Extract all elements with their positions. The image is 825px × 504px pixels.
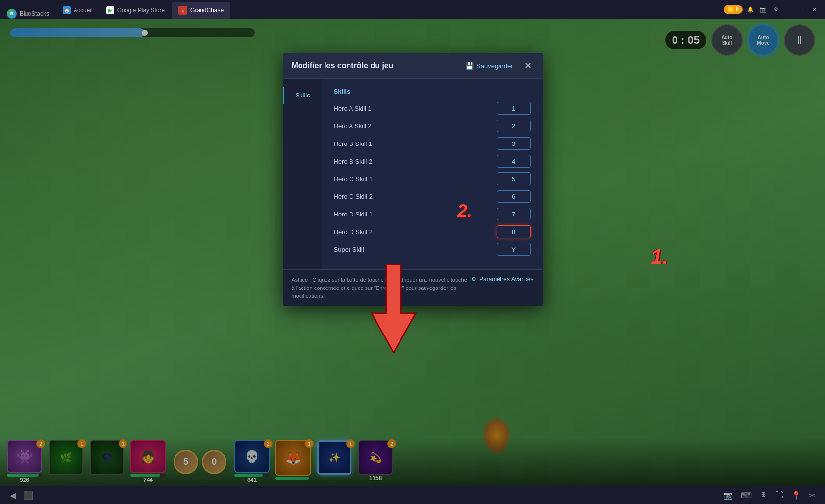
skill-key-1[interactable]: 2 [497, 120, 531, 132]
bluestacks-label: BlueStacks [20, 10, 49, 17]
skill-label-5: Hero C Skill 2 [334, 193, 373, 200]
grandchase-icon: ⚔ [178, 6, 187, 15]
eye-icon[interactable]: 👁 [760, 491, 768, 500]
modal-overlay: Modifier les contrôle du jeu 💾 Sauvegard… [0, 19, 825, 504]
modal-body: Skills Skills Hero A Skill 11Hero A Skil… [283, 79, 543, 269]
skill-label-8: Super Skill [334, 246, 364, 253]
bottom-nav-right: 📷 ⌨ 👁 ⛶ 📍 ✂ [723, 491, 815, 500]
annotation-2-label: 2. [457, 201, 472, 221]
gear-icon: ⚙ [471, 276, 476, 283]
skill-row-7: Hero D Skill 28 [334, 225, 531, 238]
notification-icon[interactable]: 🔔 [746, 4, 755, 14]
arrow-down-annotation [364, 264, 423, 353]
tab-grandchase-label: GrandChase [190, 7, 224, 14]
home-nav-icon[interactable]: ⬛ [24, 491, 33, 500]
skill-row-0: Hero A Skill 11 [334, 102, 531, 115]
modal-header: Modifier les contrôle du jeu 💾 Sauvegard… [283, 53, 543, 79]
skill-row-6: Hero D Skill 17 [334, 208, 531, 220]
save-label: Sauvegarder [476, 62, 513, 70]
playstore-icon: ▶ [106, 6, 114, 14]
skill-label-0: Hero A Skill 1 [334, 105, 372, 112]
skill-row-4: Hero C Skill 15 [334, 172, 531, 185]
annotation-2-group: 2. [457, 201, 472, 221]
skill-key-6[interactable]: 7 [497, 208, 531, 220]
modal-content: Skills Hero A Skill 11Hero A Skill 22Her… [322, 79, 543, 269]
advanced-settings-button[interactable]: ⚙ Paramètres Avancés [471, 276, 534, 283]
advanced-label: Paramètres Avancés [479, 276, 534, 283]
skill-label-1: Hero A Skill 2 [334, 122, 372, 130]
svg-marker-0 [372, 264, 416, 353]
skill-row-1: Hero A Skill 22 [334, 120, 531, 132]
location-icon[interactable]: 📍 [791, 491, 801, 500]
skill-row-3: Hero B Skill 24 [334, 155, 531, 168]
skill-key-0[interactable]: 1 [497, 102, 531, 115]
maximize-button[interactable]: □ [797, 4, 806, 14]
skill-row-5: Hero C Skill 26 [334, 190, 531, 203]
fullscreen-icon[interactable]: ⛶ [775, 491, 783, 500]
sidebar-item-skills[interactable]: Skills [283, 87, 322, 104]
tab-accueil-label: Accueil [74, 7, 93, 14]
skill-key-4[interactable]: 5 [497, 172, 531, 185]
skill-key-8[interactable]: Y [497, 243, 531, 256]
settings-icon[interactable]: ⚙ [771, 4, 781, 14]
modal-close-button[interactable]: ✕ [523, 60, 534, 71]
skill-key-3[interactable]: 4 [497, 155, 531, 168]
bottom-nav: ◀ ⬛ 📷 ⌨ 👁 ⛶ 📍 ✂ [0, 486, 825, 504]
scissors-icon[interactable]: ✂ [809, 491, 815, 500]
screenshot-icon[interactable]: 📷 [723, 491, 733, 500]
skill-row-2: Hero B Skill 13 [334, 137, 531, 150]
skill-label-7: Hero D Skill 2 [334, 228, 373, 236]
annotation-1: 1. [651, 245, 668, 268]
coin-badge: 🟡 0 [724, 5, 743, 14]
skill-label-3: Hero B Skill 2 [334, 158, 373, 165]
tab-playstore-label: Google Play Store [117, 7, 165, 14]
camera-icon[interactable]: 📷 [758, 4, 768, 14]
modal-sidebar: Skills [283, 79, 322, 269]
save-button[interactable]: 💾 Sauvegarder [461, 60, 517, 72]
skills-list: Hero A Skill 11Hero A Skill 22Hero B Ski… [334, 102, 531, 256]
skill-row-8: Super SkillY [334, 243, 531, 256]
modal-header-actions: 💾 Sauvegarder ✕ [461, 60, 533, 72]
skill-label-4: Hero C Skill 1 [334, 175, 373, 183]
close-button[interactable]: ✕ [809, 4, 819, 14]
tab-playstore[interactable]: ▶ Google Play Store [100, 2, 172, 19]
skills-section-title: Skills [334, 88, 531, 95]
bluestacks-logo-icon: B [7, 9, 17, 19]
title-bar-controls: 🟡 0 🔔 📷 ⚙ — □ ✕ [724, 4, 825, 14]
skill-key-2[interactable]: 3 [497, 137, 531, 150]
minimize-button[interactable]: — [784, 4, 794, 14]
skill-label-2: Hero B Skill 1 [334, 140, 373, 147]
back-icon[interactable]: ◀ [10, 491, 16, 500]
skill-key-5[interactable]: 6 [497, 190, 531, 203]
bottom-nav-left: ◀ ⬛ [10, 491, 33, 500]
keyboard-icon[interactable]: ⌨ [741, 491, 752, 500]
modal-title: Modifier les contrôle du jeu [292, 61, 394, 70]
skill-key-7[interactable]: 8 [497, 225, 531, 238]
tab-accueil[interactable]: 🏠 Accueil [56, 2, 100, 19]
skill-label-6: Hero D Skill 1 [334, 211, 373, 218]
tab-grandchase[interactable]: ⚔ GrandChase [172, 2, 230, 19]
accueil-icon: 🏠 [63, 6, 71, 14]
title-bar: B BlueStacks 🏠 Accueil ▶ Google Play Sto… [0, 0, 825, 19]
title-bar-tabs: B BlueStacks 🏠 Accueil ▶ Google Play Sto… [0, 0, 724, 19]
save-icon: 💾 [465, 62, 474, 70]
